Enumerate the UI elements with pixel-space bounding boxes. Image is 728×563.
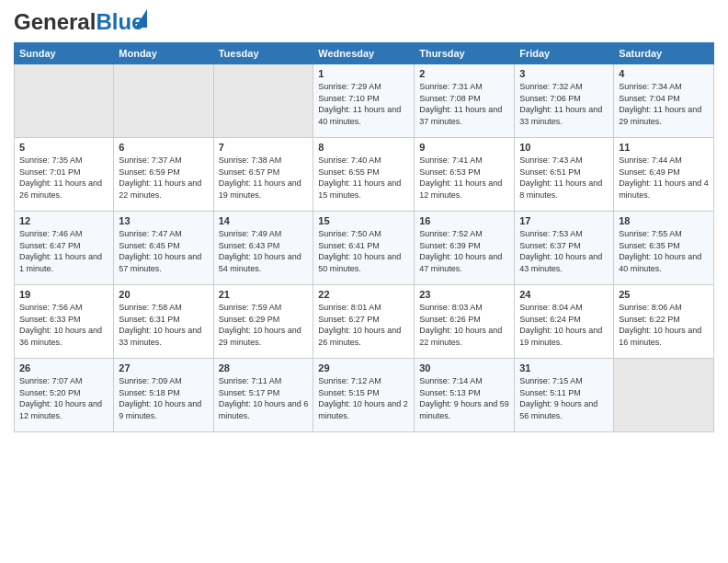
logo-arrow-icon — [135, 9, 147, 28]
day-info: Sunrise: 7:15 AMSunset: 5:11 PMDaylight:… — [519, 375, 609, 421]
day-number: 12 — [19, 215, 108, 226]
day-info: Sunrise: 7:37 AMSunset: 6:59 PMDaylight:… — [119, 155, 208, 201]
day-cell: 23Sunrise: 8:03 AMSunset: 6:26 PMDayligh… — [415, 285, 515, 359]
day-number: 13 — [119, 215, 208, 226]
day-number: 19 — [19, 289, 108, 300]
col-friday: Friday — [515, 43, 614, 64]
day-cell: 25Sunrise: 8:06 AMSunset: 6:22 PMDayligh… — [614, 285, 714, 359]
day-cell: 14Sunrise: 7:49 AMSunset: 6:43 PMDayligh… — [213, 212, 313, 285]
day-info: Sunrise: 7:09 AMSunset: 5:18 PMDaylight:… — [119, 375, 208, 421]
day-cell: 6Sunrise: 7:37 AMSunset: 6:59 PMDaylight… — [114, 138, 213, 212]
calendar-table: Sunday Monday Tuesday Wednesday Thursday… — [14, 42, 714, 432]
day-cell: 26Sunrise: 7:07 AMSunset: 5:20 PMDayligh… — [15, 359, 114, 432]
day-cell: 13Sunrise: 7:47 AMSunset: 6:45 PMDayligh… — [114, 212, 213, 285]
day-number: 5 — [19, 142, 108, 153]
logo: GeneralBlue — [14, 9, 143, 35]
day-info: Sunrise: 8:01 AMSunset: 6:27 PMDaylight:… — [318, 302, 409, 348]
day-info: Sunrise: 7:31 AMSunset: 7:08 PMDaylight:… — [419, 81, 509, 127]
day-info: Sunrise: 8:03 AMSunset: 6:26 PMDaylight:… — [419, 302, 509, 348]
logo-general: General — [14, 9, 96, 34]
day-cell: 22Sunrise: 8:01 AMSunset: 6:27 PMDayligh… — [313, 285, 415, 359]
day-cell — [213, 64, 313, 138]
day-cell: 28Sunrise: 7:11 AMSunset: 5:17 PMDayligh… — [213, 359, 313, 432]
day-number: 15 — [318, 215, 409, 226]
day-info: Sunrise: 7:14 AMSunset: 5:13 PMDaylight:… — [419, 375, 509, 421]
week-row-2: 5Sunrise: 7:35 AMSunset: 7:01 PMDaylight… — [15, 138, 714, 212]
day-info: Sunrise: 7:07 AMSunset: 5:20 PMDaylight:… — [19, 375, 108, 421]
day-number: 18 — [619, 215, 709, 226]
day-cell — [614, 359, 714, 432]
day-number: 17 — [519, 215, 609, 226]
day-cell — [15, 64, 114, 138]
col-saturday: Saturday — [614, 43, 714, 64]
day-number: 26 — [19, 362, 108, 373]
day-cell — [114, 64, 213, 138]
day-cell: 29Sunrise: 7:12 AMSunset: 5:15 PMDayligh… — [313, 359, 415, 432]
col-wednesday: Wednesday — [313, 43, 415, 64]
day-cell: 2Sunrise: 7:31 AMSunset: 7:08 PMDaylight… — [415, 64, 515, 138]
day-info: Sunrise: 7:44 AMSunset: 6:49 PMDaylight:… — [619, 155, 709, 201]
col-tuesday: Tuesday — [213, 43, 313, 64]
day-info: Sunrise: 7:12 AMSunset: 5:15 PMDaylight:… — [318, 375, 409, 421]
day-number: 3 — [519, 68, 609, 79]
day-info: Sunrise: 7:35 AMSunset: 7:01 PMDaylight:… — [19, 155, 108, 201]
day-info: Sunrise: 7:53 AMSunset: 6:37 PMDaylight:… — [519, 228, 609, 274]
week-row-5: 26Sunrise: 7:07 AMSunset: 5:20 PMDayligh… — [15, 359, 714, 432]
col-monday: Monday — [114, 43, 213, 64]
day-info: Sunrise: 7:38 AMSunset: 6:57 PMDaylight:… — [219, 155, 309, 201]
day-info: Sunrise: 7:58 AMSunset: 6:31 PMDaylight:… — [119, 302, 208, 348]
day-info: Sunrise: 7:55 AMSunset: 6:35 PMDaylight:… — [619, 228, 709, 274]
day-number: 30 — [419, 362, 509, 373]
day-cell: 4Sunrise: 7:34 AMSunset: 7:04 PMDaylight… — [614, 64, 714, 138]
col-thursday: Thursday — [415, 43, 515, 64]
day-number: 9 — [419, 142, 509, 153]
day-number: 16 — [419, 215, 509, 226]
day-info: Sunrise: 8:06 AMSunset: 6:22 PMDaylight:… — [619, 302, 709, 348]
day-number: 14 — [219, 215, 309, 226]
day-cell: 3Sunrise: 7:32 AMSunset: 7:06 PMDaylight… — [515, 64, 614, 138]
week-row-1: 1Sunrise: 7:29 AMSunset: 7:10 PMDaylight… — [15, 64, 714, 138]
day-number: 23 — [419, 289, 509, 300]
day-cell: 8Sunrise: 7:40 AMSunset: 6:55 PMDaylight… — [313, 138, 415, 212]
day-number: 1 — [318, 68, 409, 79]
day-info: Sunrise: 7:46 AMSunset: 6:47 PMDaylight:… — [19, 228, 108, 274]
day-cell: 31Sunrise: 7:15 AMSunset: 5:11 PMDayligh… — [515, 359, 614, 432]
day-info: Sunrise: 7:59 AMSunset: 6:29 PMDaylight:… — [219, 302, 309, 348]
day-cell: 21Sunrise: 7:59 AMSunset: 6:29 PMDayligh… — [213, 285, 313, 359]
page: GeneralBlue Sunday Monday Tuesday Wednes… — [0, 0, 728, 563]
day-info: Sunrise: 7:41 AMSunset: 6:53 PMDaylight:… — [419, 155, 509, 201]
day-cell: 16Sunrise: 7:52 AMSunset: 6:39 PMDayligh… — [415, 212, 515, 285]
day-number: 29 — [318, 362, 409, 373]
day-cell: 19Sunrise: 7:56 AMSunset: 6:33 PMDayligh… — [15, 285, 114, 359]
day-info: Sunrise: 7:11 AMSunset: 5:17 PMDaylight:… — [219, 375, 309, 421]
day-cell: 27Sunrise: 7:09 AMSunset: 5:18 PMDayligh… — [114, 359, 213, 432]
day-cell: 11Sunrise: 7:44 AMSunset: 6:49 PMDayligh… — [614, 138, 714, 212]
day-info: Sunrise: 7:40 AMSunset: 6:55 PMDaylight:… — [318, 155, 409, 201]
day-info: Sunrise: 7:47 AMSunset: 6:45 PMDaylight:… — [119, 228, 208, 274]
day-cell: 30Sunrise: 7:14 AMSunset: 5:13 PMDayligh… — [415, 359, 515, 432]
day-number: 31 — [519, 362, 609, 373]
day-cell: 9Sunrise: 7:41 AMSunset: 6:53 PMDaylight… — [415, 138, 515, 212]
day-cell: 20Sunrise: 7:58 AMSunset: 6:31 PMDayligh… — [114, 285, 213, 359]
week-row-3: 12Sunrise: 7:46 AMSunset: 6:47 PMDayligh… — [15, 212, 714, 285]
day-cell: 1Sunrise: 7:29 AMSunset: 7:10 PMDaylight… — [313, 64, 415, 138]
day-number: 8 — [318, 142, 409, 153]
day-info: Sunrise: 7:34 AMSunset: 7:04 PMDaylight:… — [619, 81, 709, 127]
day-number: 22 — [318, 289, 409, 300]
day-number: 20 — [119, 289, 208, 300]
day-number: 25 — [619, 289, 709, 300]
header: GeneralBlue — [14, 9, 714, 35]
day-info: Sunrise: 7:52 AMSunset: 6:39 PMDaylight:… — [419, 228, 509, 274]
day-number: 4 — [619, 68, 709, 79]
day-info: Sunrise: 7:56 AMSunset: 6:33 PMDaylight:… — [19, 302, 108, 348]
day-cell: 12Sunrise: 7:46 AMSunset: 6:47 PMDayligh… — [15, 212, 114, 285]
day-cell: 17Sunrise: 7:53 AMSunset: 6:37 PMDayligh… — [515, 212, 614, 285]
day-number: 2 — [419, 68, 509, 79]
day-cell: 5Sunrise: 7:35 AMSunset: 7:01 PMDaylight… — [15, 138, 114, 212]
day-cell: 18Sunrise: 7:55 AMSunset: 6:35 PMDayligh… — [614, 212, 714, 285]
header-row: Sunday Monday Tuesday Wednesday Thursday… — [15, 43, 714, 64]
day-cell: 15Sunrise: 7:50 AMSunset: 6:41 PMDayligh… — [313, 212, 415, 285]
day-info: Sunrise: 7:43 AMSunset: 6:51 PMDaylight:… — [519, 155, 609, 201]
day-number: 21 — [219, 289, 309, 300]
day-info: Sunrise: 7:49 AMSunset: 6:43 PMDaylight:… — [219, 228, 309, 274]
